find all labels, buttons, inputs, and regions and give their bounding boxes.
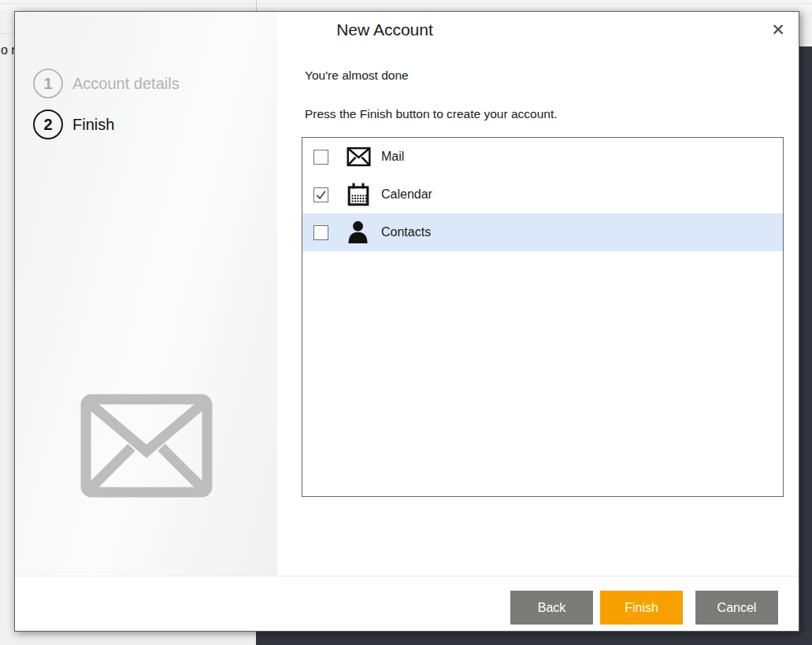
calendar-icon [346, 183, 371, 206]
close-icon: ✕ [771, 20, 785, 39]
background-toolbar [0, 0, 812, 11]
wizard-step-account-details: 1 Account details [33, 69, 180, 98]
background-text-fragment: o r [1, 43, 16, 57]
contacts-icon [346, 221, 371, 244]
step-label: Finish [72, 116, 114, 134]
wizard-steps-panel: 1 Account details 2 Finish [15, 12, 277, 576]
finish-button[interactable]: Finish [600, 591, 683, 625]
checkbox[interactable] [313, 225, 328, 240]
step-label: Account details [72, 75, 180, 93]
service-row-calendar[interactable]: Calendar [302, 176, 783, 213]
toolbar-column-divider [256, 0, 257, 11]
checkbox[interactable] [313, 187, 328, 202]
checkbox[interactable] [313, 150, 328, 165]
mail-icon [346, 146, 371, 167]
service-label: Mail [381, 150, 404, 164]
service-row-mail[interactable]: Mail [302, 138, 783, 176]
service-label: Calendar [381, 187, 432, 202]
almost-done-heading: You're almost done [305, 69, 409, 83]
service-row-contacts[interactable]: Contacts [302, 213, 783, 251]
service-label: Contacts [381, 225, 431, 239]
step-number-badge: 1 [33, 69, 63, 98]
new-account-dialog: New Account ✕ 1 Account details 2 Finish… [14, 11, 799, 632]
step-number-badge: 2 [33, 109, 63, 139]
cancel-button[interactable]: Cancel [695, 591, 778, 625]
finish-instruction-text: Press the Finish button to create your a… [305, 107, 558, 121]
service-list: Mail Calendar [302, 137, 784, 497]
toolbar-divider-line [0, 3, 812, 4]
back-button[interactable]: Back [510, 591, 593, 625]
wizard-step-finish: 2 Finish [33, 109, 114, 139]
dialog-footer: Back Finish Cancel [15, 576, 799, 631]
envelope-watermark-icon [80, 394, 213, 501]
close-button[interactable]: ✕ [765, 17, 792, 43]
